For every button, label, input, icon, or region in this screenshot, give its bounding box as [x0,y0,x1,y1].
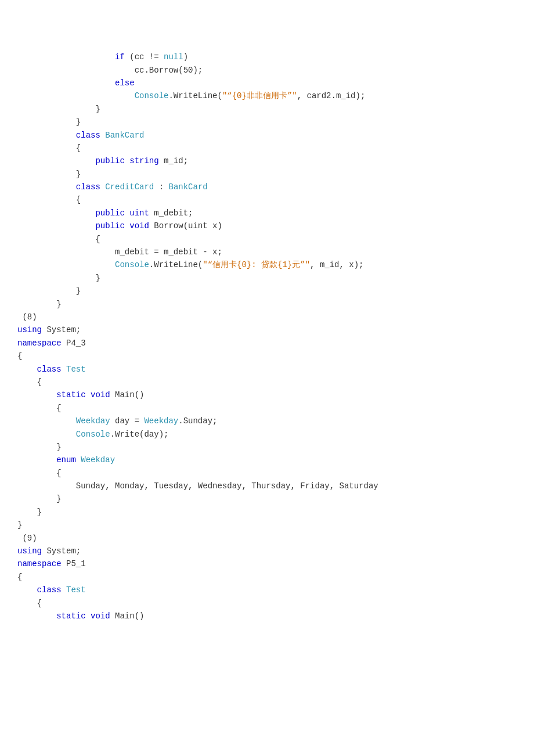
code-line: class Test [17,584,517,596]
code-line: m_debit = m_debit - x; [17,246,517,258]
code-line: Console.Write(day); [17,428,517,441]
code-line: { [17,467,517,480]
code-line: { [17,402,517,415]
code-line: using System; [17,545,517,557]
code-line: Weekday day = Weekday.Sunday; [17,415,517,427]
code-line [17,24,517,37]
code-line: } [17,298,517,311]
code-line: Console.WriteLine("“信用卡{0}: 贷款{1}元”", m_… [17,258,517,271]
code-line: } [17,168,517,181]
code-line: static void Main() [17,610,517,622]
code-line: } [17,285,517,297]
code-line: using System; [17,323,517,336]
code-line: } [17,506,517,519]
code-line: cc.Borrow(50); [17,64,517,77]
code-line: } [17,519,517,531]
code-line: public string m_id; [17,154,517,167]
code-line: class CreditCard : BankCard [17,181,517,193]
code-line: (8) [17,311,517,323]
code-line [17,38,517,51]
code-line: Console.WriteLine("“{0}非非信用卡”", card2.m_… [17,89,517,102]
code-line: static void Main() [17,388,517,401]
code-line: } [17,492,517,505]
code-line: { [17,142,517,154]
code-line: if (cc != null) [17,51,517,63]
code-line: else [17,77,517,89]
code-line: namespace P5_1 [17,557,517,570]
code-line: { [17,193,517,206]
code-line: public uint m_debit; [17,207,517,219]
code-line: Sunday, Monday, Tuesday, Wednesday, Thur… [17,480,517,492]
code-line: } [17,272,517,285]
code-line: } [17,103,517,116]
code-line: } [17,116,517,128]
code-line: { [17,376,517,388]
code-line: public void Borrow(uint x) [17,219,517,232]
code-line: { [17,350,517,362]
code-line: (9) [17,532,517,545]
code-line: enum Weekday [17,453,517,466]
code-line: } [17,441,517,453]
code-line: { [17,597,517,610]
code-content: if (cc != null) cc.Borrow(50); else Cons… [17,12,517,622]
code-line: class Test [17,363,517,376]
code-line: class BankCard [17,129,517,142]
code-line: namespace P4_3 [17,337,517,350]
code-line: { [17,233,517,246]
code-line [17,12,517,24]
code-line: { [17,571,517,584]
